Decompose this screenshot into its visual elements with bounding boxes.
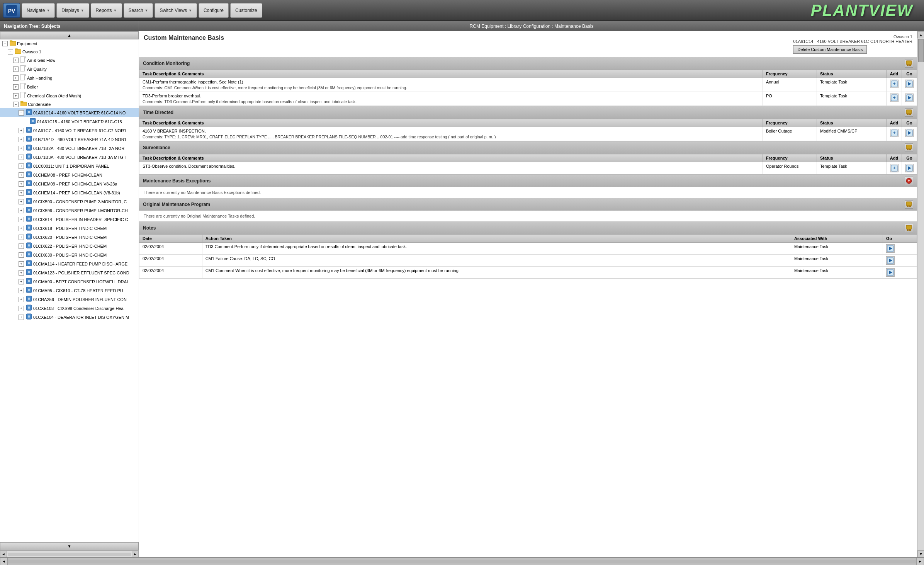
tree-toggle-icon[interactable]: + [19,261,24,267]
tree-item[interactable]: +01B71B3A - 480 VOLT BREAKER 71B-3A MTG … [0,153,139,162]
vscroll-thumb[interactable] [918,39,924,62]
tree-item[interactable]: +01A61C7 - 4160 VOLT BREAKER 61C-C7 NOR1 [0,126,139,135]
tree-item[interactable]: −01A61C14 - 4160 VOLT BREAKER 61C-C14 NO [0,108,139,117]
condition-monitoring-icon-button[interactable] [905,59,913,68]
hscroll-left-button[interactable]: ◄ [0,551,7,558]
add-row-button[interactable]: + [890,94,899,102]
tree-item[interactable]: −Owasco 1 [0,48,139,56]
time-directed-icon-button[interactable] [905,108,913,117]
bottom-scroll-left-button[interactable]: ◄ [0,558,8,565]
go-button[interactable] [905,80,914,88]
tree-item[interactable]: +01B71B2A - 480 VOLT BREAKER 71B- 2A NOR [0,144,139,153]
tree-toggle-icon[interactable]: − [8,49,13,54]
tree-toggle-icon[interactable]: + [19,252,24,258]
nav-scroll-up-button[interactable]: ▲ [0,31,139,39]
displays-button[interactable]: Displays ▼ [56,3,89,18]
tree-toggle-icon[interactable]: + [19,190,24,196]
tree-item[interactable]: +01B71A4D - 480 VOLT BREAKER 71A-4D NOR1 [0,135,139,144]
tree-toggle-icon[interactable]: + [13,75,19,81]
tree-item[interactable]: +Ash Handling [0,73,139,82]
tree-item[interactable]: +01CIX620 - POLISHER I-INDIC-CHEM [0,233,139,242]
nav-horizontal-scrollbar[interactable]: ◄ ► [0,550,139,557]
switch-views-button[interactable]: Switch Views ▼ [155,3,197,18]
tree-toggle-icon[interactable]: + [19,217,24,222]
tree-item[interactable]: +01CXE103 - CIXS98 Condenser Discharge H… [0,304,139,313]
tree-toggle-icon[interactable]: + [19,199,24,204]
tree-item[interactable]: +01CHEM09 - PREP I-CHEM-CLEAN V8-23a [0,179,139,188]
tree-item[interactable]: +01CIX590 - CONDENSER PUMP 2-MONITOR, C [0,197,139,206]
tree-toggle-icon[interactable]: + [19,163,24,169]
tree-toggle-icon[interactable]: + [13,58,19,63]
tree-item[interactable]: +01CHEM14 - PREP I-CHEM-CLEAN (V8-31b) [0,188,139,197]
tree-toggle-icon[interactable]: + [19,226,24,231]
vscroll-up-button[interactable]: ▲ [917,31,924,38]
note-go-button[interactable] [886,256,895,265]
tree-toggle-icon[interactable]: + [13,84,19,90]
original-maintenance-program-icon-button[interactable] [905,200,913,209]
navigate-button[interactable]: Navigate ▼ [22,3,55,18]
tree-toggle-icon[interactable]: + [19,270,24,276]
search-button[interactable]: Search ▼ [124,3,153,18]
tree-item[interactable]: +01CIX596 - CONDENSER PUMP I-MONITOR-CH [0,206,139,215]
bottom-scroll-right-button[interactable]: ► [916,558,924,565]
tree-toggle-icon[interactable]: + [13,93,19,99]
tree-item[interactable]: +01CMA95 - CIX610 - CT-78 HEATER FEED PU [0,286,139,295]
customize-button[interactable]: Customize [230,3,262,18]
content-vertical-scrollbar[interactable]: ▲ ▼ [917,31,924,557]
nav-scroll-down-button[interactable]: ▼ [0,542,139,550]
vscroll-down-button[interactable]: ▼ [917,550,924,557]
add-row-button[interactable]: + [890,129,899,137]
tree-item[interactable]: +01CRA256 - DEMIN POLISHER INFLUENT CON [0,295,139,304]
tree-toggle-icon[interactable]: + [19,243,24,249]
configure-button[interactable]: Configure [199,3,229,18]
go-button[interactable] [905,94,914,102]
tree-toggle-icon[interactable]: − [13,102,19,107]
tree-item[interactable]: +01CIX630 - POLISHER I-INDIC-CHEM [0,250,139,259]
surveillance-icon-button[interactable] [905,143,913,152]
tree-toggle-icon[interactable]: + [19,128,24,133]
hscroll-right-button[interactable]: ► [132,551,139,558]
tree-toggle-icon[interactable]: + [19,235,24,240]
tree-item[interactable]: +01C00011: UNIT 1 DRIP/DRAIN PANEL [0,162,139,170]
tree-toggle-icon[interactable]: + [19,315,24,320]
tree-toggle-icon[interactable]: + [19,297,24,302]
notes-icon-button[interactable] [905,224,913,232]
tree-toggle-icon[interactable]: + [19,146,24,151]
tree-item[interactable]: −Equipment [0,39,139,48]
tree-item[interactable]: +01CIX614 - POLISHER IN HEADER- SPECIFIC… [0,215,139,224]
add-row-button[interactable]: + [890,80,899,88]
tree-item[interactable]: +01CMA114 - HEATER FEED PUMP DISCHARGE [0,259,139,268]
maintenance-basis-exceptions-icon-button[interactable]: + [905,177,913,185]
tree-item[interactable]: +01CIX618 - POLISHER I-INDIC-CHEM [0,224,139,233]
logo-button[interactable]: PV [3,3,20,18]
go-button[interactable] [905,129,914,137]
reports-button[interactable]: Reports ▼ [91,3,122,18]
tree-toggle-icon[interactable]: − [2,41,8,46]
tree-item[interactable]: +Chemical Clean (Acid Wash) [0,91,139,100]
tree-item[interactable]: 01A61C15 - 4160 VOLT BREAKER 61C-C15 [0,117,139,126]
add-row-button[interactable]: + [890,164,899,172]
tree-toggle-icon[interactable]: − [19,110,24,116]
tree-item[interactable]: +Air Quality [0,65,139,73]
tree-item[interactable]: +01CMA123 - POLISHER EFFLUENT SPEC COND [0,268,139,277]
go-button[interactable] [905,164,914,172]
tree-item[interactable]: +01CXE104 - DEAERATOR INLET DIS OXYGEN M [0,313,139,322]
tree-toggle-icon[interactable]: + [19,172,24,178]
tree-item[interactable]: −Condensate [0,100,139,108]
bottom-scrollbar[interactable]: ◄ ► [0,557,924,565]
tree-toggle-icon[interactable]: + [19,288,24,293]
note-go-button[interactable] [886,268,895,277]
tree-item[interactable]: +Air & Gas Flow [0,56,139,65]
tree-toggle-icon[interactable]: + [19,137,24,142]
tree-item[interactable]: +01CHEM08 - PREP I-CHEM-CLEAN [0,170,139,179]
tree-toggle-icon[interactable]: + [19,306,24,311]
note-go-button[interactable] [886,244,895,253]
tree-toggle-icon[interactable]: + [19,181,24,187]
tree-item[interactable]: +01CMA90 - BFPT CONDENSER HOTWELL DRAI [0,277,139,286]
tree-toggle-icon[interactable]: + [19,279,24,284]
tree-item[interactable]: +01CIX622 - POLISHER I-INDIC-CHEM [0,242,139,250]
delete-custom-maintenance-button[interactable]: Delete Custom Maintenance Basis [793,45,867,54]
tree-toggle-icon[interactable]: + [13,66,19,72]
tree-toggle-icon[interactable]: + [19,208,24,213]
tree-item[interactable]: +Boiler [0,82,139,91]
